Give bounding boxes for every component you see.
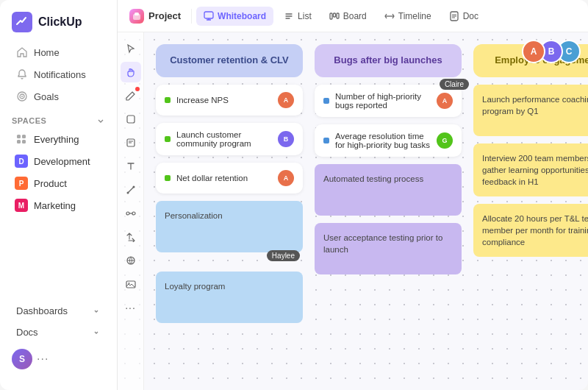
tab-list[interactable]: List xyxy=(276,7,319,26)
bell-icon xyxy=(16,68,28,80)
nav-goals[interactable]: Goals xyxy=(4,85,112,107)
svg-point-17 xyxy=(126,192,129,194)
tool-note[interactable] xyxy=(121,132,141,153)
product-label: Product xyxy=(34,178,67,189)
tool-text[interactable] xyxy=(121,156,141,177)
nav-docs[interactable]: Docs xyxy=(4,322,112,343)
svg-point-20 xyxy=(132,212,135,215)
tool-hand[interactable] xyxy=(121,62,141,82)
svg-rect-11 xyxy=(330,13,332,19)
transform-icon xyxy=(126,232,136,242)
card-net-dollar: Net dollar retention A xyxy=(156,163,303,194)
tab-timeline[interactable]: Timeline xyxy=(377,7,439,26)
globe-icon xyxy=(126,255,136,266)
sidebar-item-development[interactable]: D Development xyxy=(3,150,114,172)
col2-header: Bugs after big launches xyxy=(315,44,462,77)
sticky-interview: Interview 200 team members to gather lea… xyxy=(473,143,588,196)
svg-point-19 xyxy=(126,212,129,215)
haylee-tooltip: Haylee xyxy=(267,250,300,261)
project-breadcrumb: Project xyxy=(129,9,181,24)
nav-home[interactable]: Home xyxy=(4,41,112,63)
tab-doc-label: Doc xyxy=(463,11,478,21)
nav-notifications-label: Notifications xyxy=(34,69,86,80)
svg-rect-12 xyxy=(333,13,335,17)
svg-rect-9 xyxy=(135,13,139,15)
hand-icon xyxy=(126,67,136,77)
tool-globe[interactable] xyxy=(121,250,141,271)
development-label: Development xyxy=(34,156,90,167)
tab-whiteboard-label: Whiteboard xyxy=(218,11,266,21)
net-dollar-dot xyxy=(165,175,171,181)
sidebar-item-everything[interactable]: Everything xyxy=(3,128,114,150)
card-avatar-5: G xyxy=(437,132,453,149)
collaborator-avatars: A B C xyxy=(522,40,581,63)
docs-chevron-icon xyxy=(92,328,101,337)
nav-notifications[interactable]: Notifications xyxy=(4,63,112,85)
claire-tooltip: Claire xyxy=(440,79,469,90)
tool-line[interactable] xyxy=(121,180,141,200)
sidebar: ClickUp Home Notifications Goals Spaces xyxy=(0,0,118,390)
tool-connect[interactable] xyxy=(121,203,141,224)
column-customer-retention: Customer retention & CLV Increase NPS A … xyxy=(156,44,303,378)
project-icon xyxy=(129,9,144,24)
marketing-label: Marketing xyxy=(34,200,76,211)
svg-point-18 xyxy=(132,186,135,188)
tab-timeline-label: Timeline xyxy=(398,11,431,21)
sidebar-item-marketing[interactable]: M Marketing xyxy=(3,194,114,216)
community-dot xyxy=(165,136,171,142)
tool-image[interactable] xyxy=(121,274,141,294)
doc-icon xyxy=(449,11,459,21)
nav-dashboards[interactable]: Dashboards xyxy=(4,300,112,322)
tab-doc[interactable]: Doc xyxy=(442,7,486,26)
left-toolbar: ··· xyxy=(118,32,144,390)
sidebar-bottom: Dashboards Docs S ··· xyxy=(0,294,117,381)
nav-goals-label: Goals xyxy=(34,91,59,102)
svg-point-3 xyxy=(21,96,23,97)
nps-dot xyxy=(165,97,171,103)
svg-rect-6 xyxy=(17,140,21,143)
card-avatar-3: A xyxy=(278,170,294,186)
tool-shape[interactable] xyxy=(121,109,141,130)
svg-rect-4 xyxy=(17,135,21,138)
nav-home-label: Home xyxy=(34,47,60,58)
tab-whiteboard[interactable]: Whiteboard xyxy=(196,7,273,26)
avatar-1: A xyxy=(522,40,545,63)
user-avatar-area[interactable]: S ··· xyxy=(0,343,117,375)
tool-transform[interactable] xyxy=(121,227,141,247)
sidebar-item-product[interactable]: P Product xyxy=(3,172,114,194)
chevron-icon xyxy=(96,116,105,125)
whiteboard-icon xyxy=(204,11,214,21)
tab-divider-1 xyxy=(191,9,192,24)
topbar: Project Whiteboard List Board xyxy=(118,0,588,32)
sticky-personalization: Personalization xyxy=(156,201,303,252)
columns-area: Customer retention & CLV Increase NPS A … xyxy=(144,32,588,390)
timeline-icon xyxy=(384,11,395,21)
tab-board[interactable]: Board xyxy=(322,7,374,26)
note-icon xyxy=(126,138,136,148)
tool-pen[interactable] xyxy=(121,85,141,106)
tab-board-label: Board xyxy=(343,11,367,21)
marketing-dot: M xyxy=(15,199,28,212)
dashboards-chevron-icon xyxy=(92,307,101,316)
sticky-user-acceptance: User acceptance testing prior to launch xyxy=(315,223,462,274)
target-icon xyxy=(16,91,28,102)
column-bugs: Bugs after big launches Number of high-p… xyxy=(315,44,462,378)
whiteboard-canvas: ··· A B C Customer retention & CLV Incre… xyxy=(118,32,588,390)
svg-rect-10 xyxy=(204,12,213,18)
resolution-dot xyxy=(323,138,329,143)
cursor-icon xyxy=(126,43,136,54)
card-avatar-4: A xyxy=(437,93,453,109)
card-launch-community: Launch customer community program B xyxy=(156,123,303,155)
logo-area: ClickUp xyxy=(0,9,117,41)
card-avatar-1: A xyxy=(278,92,294,108)
tool-cursor[interactable] xyxy=(121,38,141,59)
spaces-section-header: Spaces xyxy=(0,107,117,128)
card-increase-nps: Increase NPS A xyxy=(156,85,303,116)
docs-label: Docs xyxy=(16,327,38,338)
product-dot: P xyxy=(15,177,28,190)
everything-icon xyxy=(15,132,28,146)
more-options-dots[interactable]: ··· xyxy=(37,352,49,366)
tool-more[interactable]: ··· xyxy=(121,297,141,318)
board-icon xyxy=(329,11,340,21)
text-icon xyxy=(126,161,136,171)
